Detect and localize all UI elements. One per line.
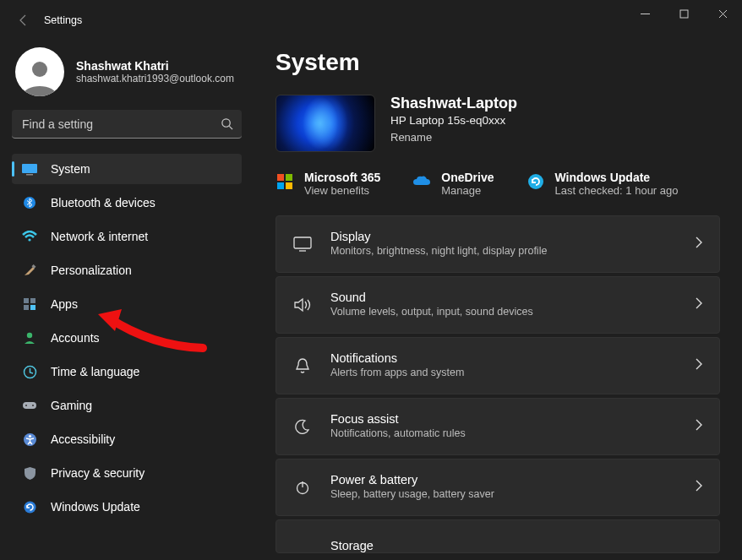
maximize-button[interactable] (664, 0, 703, 27)
nav-list: System Bluetooth & devices Network & int… (12, 154, 242, 522)
sidebar-item-accounts[interactable]: Accounts (12, 323, 242, 353)
svg-point-1 (32, 62, 47, 77)
accessibility-icon (22, 432, 37, 447)
desktop-preview (276, 95, 375, 152)
svg-point-15 (25, 405, 27, 406)
sidebar: Shashwat Khatri shashwat.khatri1993@outl… (0, 41, 254, 560)
svg-rect-23 (286, 182, 292, 189)
nav-label: Network & internet (51, 230, 148, 243)
service-m365[interactable]: Microsoft 365 View benefits (276, 171, 380, 197)
svg-rect-9 (30, 298, 35, 303)
page-title: System (276, 49, 720, 76)
bell-icon (293, 356, 312, 375)
svg-rect-10 (24, 305, 29, 310)
sidebar-item-windows-update[interactable]: Windows Update (12, 492, 242, 522)
card-title: Display (330, 230, 677, 243)
card-notifications[interactable]: Notifications Alerts from apps and syste… (276, 337, 720, 394)
rename-link[interactable]: Rename (390, 131, 517, 144)
card-sub: Volume levels, output, input, sound devi… (330, 305, 677, 319)
back-button[interactable] (10, 7, 37, 34)
sidebar-item-bluetooth[interactable]: Bluetooth & devices (12, 188, 242, 218)
window-title: Settings (44, 14, 82, 26)
card-title: Storage (330, 539, 684, 552)
service-windows-update[interactable]: Windows Update Last checked: 1 hour ago (526, 171, 679, 197)
close-button[interactable] (703, 0, 742, 27)
svg-rect-20 (277, 174, 284, 181)
chevron-right-icon (696, 237, 702, 252)
card-title: Power & battery (330, 473, 677, 487)
card-storage[interactable]: Storage (276, 519, 720, 553)
nav-label: Apps (51, 297, 78, 311)
wifi-icon (22, 229, 37, 244)
service-title: Microsoft 365 (304, 171, 380, 184)
sidebar-item-personalization[interactable]: Personalization (12, 255, 242, 285)
power-icon (293, 478, 312, 497)
nav-label: Gaming (51, 399, 92, 412)
card-sub: Monitors, brightness, night light, displ… (330, 244, 677, 258)
svg-point-18 (28, 434, 30, 437)
svg-rect-4 (26, 174, 33, 176)
nav-label: Personalization (51, 264, 132, 277)
svg-rect-11 (30, 305, 35, 310)
search-input[interactable] (12, 110, 242, 139)
accounts-icon (22, 330, 37, 345)
svg-rect-14 (23, 402, 36, 409)
clock-icon (22, 364, 37, 379)
sidebar-item-time-language[interactable]: Time & language (12, 356, 242, 387)
sidebar-item-network[interactable]: Network & internet (12, 221, 242, 252)
settings-cards: Display Monitors, brightness, night ligh… (276, 215, 720, 553)
update-sync-icon (526, 172, 545, 191)
system-icon (22, 161, 37, 177)
nav-label: Privacy & security (51, 466, 145, 480)
svg-rect-25 (294, 237, 311, 248)
chevron-right-icon (696, 297, 702, 313)
onedrive-icon (412, 172, 431, 191)
svg-rect-22 (277, 182, 284, 189)
card-title: Sound (330, 291, 677, 304)
svg-rect-8 (24, 298, 29, 303)
avatar (15, 47, 64, 96)
profile-name: Shashwat Khatri (76, 59, 234, 73)
search-icon (221, 117, 233, 133)
chevron-right-icon (696, 480, 702, 495)
card-sub: Alerts from apps and system (330, 366, 677, 380)
paintbrush-icon (22, 263, 37, 278)
card-sound[interactable]: Sound Volume levels, output, input, soun… (276, 276, 720, 334)
chevron-right-icon (696, 358, 702, 373)
service-sub: Last checked: 1 hour ago (555, 184, 679, 197)
device-model: HP Laptop 15s-eq0xxx (390, 112, 517, 129)
nav-label: Accessibility (51, 432, 115, 446)
sidebar-item-accessibility[interactable]: Accessibility (12, 424, 242, 454)
shield-icon (22, 465, 37, 481)
moon-icon (293, 417, 312, 436)
svg-point-6 (28, 238, 30, 241)
sidebar-item-gaming[interactable]: Gaming (12, 390, 242, 421)
gaming-icon (22, 398, 37, 413)
device-hero: Shashwat-Laptop HP Laptop 15s-eq0xxx Ren… (276, 95, 720, 152)
profile-block[interactable]: Shashwat Khatri shashwat.khatri1993@outl… (12, 47, 242, 96)
search-wrap (12, 110, 242, 139)
card-title: Notifications (330, 351, 677, 365)
service-sub: View benefits (304, 184, 380, 197)
main-content: System Shashwat-Laptop HP Laptop 15s-eq0… (254, 41, 742, 560)
titlebar: Settings (0, 0, 742, 41)
sidebar-item-privacy[interactable]: Privacy & security (12, 458, 242, 488)
minimize-button[interactable] (625, 0, 664, 27)
svg-rect-21 (286, 174, 292, 181)
bluetooth-icon (22, 195, 37, 210)
svg-point-19 (24, 501, 35, 513)
sound-icon (293, 296, 312, 314)
svg-point-2 (222, 119, 230, 127)
nav-label: Windows Update (51, 500, 140, 514)
card-display[interactable]: Display Monitors, brightness, night ligh… (276, 215, 720, 273)
sidebar-item-apps[interactable]: Apps (12, 289, 242, 319)
card-focus-assist[interactable]: Focus assist Notifications, automatic ru… (276, 398, 720, 455)
service-title: Windows Update (555, 171, 679, 184)
sidebar-item-system[interactable]: System (12, 154, 242, 184)
nav-label: Bluetooth & devices (51, 196, 155, 209)
svg-rect-3 (22, 164, 37, 173)
svg-rect-0 (680, 10, 688, 18)
card-power-battery[interactable]: Power & battery Sleep, battery usage, ba… (276, 459, 720, 516)
svg-point-12 (27, 333, 32, 338)
service-onedrive[interactable]: OneDrive Manage (412, 171, 494, 197)
